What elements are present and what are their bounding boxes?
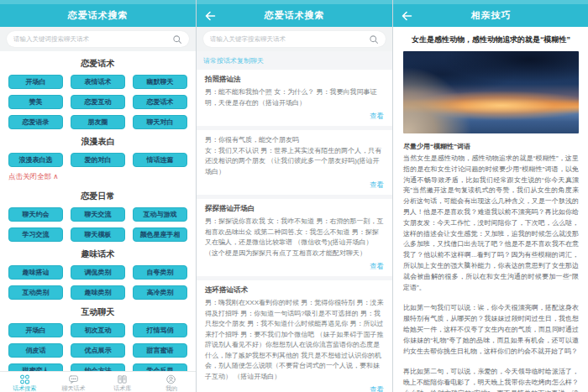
tab-chat[interactable]: 聊天话术 bbox=[49, 372, 97, 392]
app-header: 恋爱话术搜索 bbox=[0, 4, 196, 27]
page-title: 相亲技巧 bbox=[471, 9, 512, 22]
section-title: 恋爱话术 bbox=[0, 58, 196, 70]
apps-grid-icon bbox=[19, 374, 30, 384]
screen-script-list: 恋爱话术搜索 请常按话术复制聊天 拍照搭讪法 男：能不能和我拍个照 女：为什么？… bbox=[197, 0, 392, 392]
sunset-beach-photo bbox=[403, 51, 579, 133]
tab-library[interactable]: 话术库 bbox=[98, 372, 147, 392]
category-grid: 开场白 表情话术 幽默聊天 赞美 恋爱互动 恋爱话术 恋爱语录 朋友圈 聊天对白 bbox=[0, 75, 196, 129]
category-button[interactable]: 甜言蜜语 bbox=[133, 343, 187, 358]
category-grid: 聊天约会 聊天交流 互动与游戏 学习交流 聊天模板 颜色星座手相 bbox=[0, 207, 196, 242]
script-title: 连环搭讪话术 bbox=[205, 285, 384, 295]
script-body: 男：能不能和我拍个照 女：为什么？ 男：我要向我同事证明，天使是存在的（搭讪开场… bbox=[205, 87, 384, 108]
script-card[interactable]: 探探搭讪开场白 男：探探说你喜欢我 女：我咋不知道 男：右滑的那一刻，互相喜欢品… bbox=[197, 199, 392, 276]
category-button[interactable]: 浪漫表白选 bbox=[8, 153, 63, 167]
tab-label: 我的 bbox=[165, 385, 177, 392]
category-button[interactable]: 聊天约会 bbox=[8, 207, 63, 222]
category-grid: 开场白 初次互动 打情骂俏 俏皮话 优点展示 甜言蜜语 甜蜜恋人 约会方法 学会… bbox=[0, 323, 196, 374]
category-button[interactable]: 俏皮话 bbox=[8, 343, 63, 358]
page-title: 恋爱话术搜索 bbox=[68, 9, 129, 22]
category-button[interactable]: 恋爱话术 bbox=[133, 95, 187, 109]
view-link[interactable]: 查看 bbox=[205, 112, 384, 122]
copy-tip-text: 请常按话术复制聊天 bbox=[197, 51, 392, 70]
article-subtitle: 尽量少用“模糊性”词语 bbox=[403, 141, 579, 152]
screen-search-home: 恋爱话术搜索 恋爱话术 开场白 表情话术 幽默聊天 赞美 恋爱互动 恋爱话术 恋… bbox=[0, 0, 196, 392]
category-button[interactable]: 优点展示 bbox=[71, 343, 125, 358]
category-button[interactable]: 互动类别 bbox=[8, 285, 63, 300]
script-card[interactable]: 拍照搭讪法 男：能不能和我拍个照 女：为什么？ 男：我要向我同事证明，天使是存在… bbox=[197, 70, 392, 126]
three-screen-collage: 恋爱话术搜索 恋爱话术 开场白 表情话术 幽默聊天 赞美 恋爱互动 恋爱话术 恋… bbox=[0, 0, 588, 392]
tab-label: 话术库 bbox=[113, 385, 131, 392]
script-body: 男：嗨我刚在XXX看到你的时候 男：觉得你很特别 男：没来得及打招呼 男：你知道… bbox=[205, 298, 384, 382]
category-button[interactable]: 恋爱语录 bbox=[8, 115, 63, 129]
category-grid: 趣味搭讪 调侃类别 自夸类别 互动类别 趣味类别 高冷类别 bbox=[0, 265, 196, 300]
category-button[interactable]: 开场白 bbox=[8, 75, 63, 89]
search-icon[interactable] bbox=[172, 34, 182, 44]
script-body: 男：你很有气质，能交个朋友吗 女：我们又不认识 男：世界上其实没有陌生的两个人，… bbox=[205, 135, 384, 177]
category-button[interactable]: 聊天对白 bbox=[133, 115, 187, 129]
category-button[interactable]: 开场白 bbox=[8, 323, 63, 337]
category-button[interactable]: 爱的对白 bbox=[71, 153, 125, 167]
search-bar[interactable] bbox=[7, 31, 189, 47]
category-button[interactable]: 互动与游戏 bbox=[133, 207, 187, 222]
script-card[interactable]: 男：你很有气质，能交个朋友吗 女：我们又不认识 男：世界上其实没有陌生的两个人，… bbox=[197, 130, 392, 195]
tab-profile[interactable]: 我的 bbox=[147, 372, 196, 392]
category-button[interactable]: 表情话术 bbox=[71, 75, 125, 89]
category-button[interactable]: 聊天模板 bbox=[71, 227, 125, 242]
script-body: 男：探探说你喜欢我 女：我咋不知道 男：右滑的那一刻，互相喜欢品味出众 或第二种… bbox=[205, 217, 384, 259]
tab-search[interactable]: 话术搜索 bbox=[0, 372, 49, 392]
category-button[interactable]: 趣味类别 bbox=[71, 285, 125, 300]
search-strip bbox=[197, 27, 392, 51]
app-header: 相亲技巧 bbox=[393, 4, 588, 27]
article-paragraph: 比如第一句我们可以说：诶，你今天很漂亮啊，搭配这身衣服特别有气质，从哪买的？我妹… bbox=[403, 303, 579, 357]
script-card[interactable]: 连环搭讪话术 男：嗨我刚在XXX看到你的时候 男：觉得你很特别 男：没来得及打招… bbox=[197, 280, 392, 392]
category-button[interactable]: 幽默聊天 bbox=[133, 75, 187, 89]
category-button[interactable]: 趣味搭讪 bbox=[8, 265, 63, 280]
search-input[interactable] bbox=[13, 35, 172, 43]
category-button[interactable]: 赞美 bbox=[8, 95, 63, 109]
tab-label: 聊天话术 bbox=[61, 385, 85, 392]
section-title: 浪漫表白 bbox=[0, 136, 196, 148]
app-header: 恋爱话术搜索 bbox=[197, 4, 392, 27]
view-link[interactable]: 查看 bbox=[205, 262, 384, 272]
chat-bubble-icon bbox=[68, 374, 79, 384]
article: 女生是感性动物，感性动物追求的就是“模糊性” 尽量少用“模糊性”词语 当然女生是… bbox=[393, 34, 588, 392]
category-button[interactable]: 学习交流 bbox=[8, 227, 63, 242]
search-strip bbox=[0, 27, 196, 51]
category-list: 恋爱话术 开场白 表情话术 幽默聊天 赞美 恋爱互动 恋爱话术 恋爱语录 朋友圈… bbox=[0, 51, 196, 374]
category-button[interactable]: 朋友圈 bbox=[71, 115, 125, 129]
search-bar[interactable] bbox=[203, 31, 386, 47]
back-arrow-icon[interactable] bbox=[203, 9, 217, 23]
article-paragraph: 当然女生是感性动物，感性动物追求的就是“模糊性”，这里指的是在和女生讨论问题的时… bbox=[403, 154, 579, 293]
category-button[interactable]: 初次互动 bbox=[71, 323, 125, 337]
book-icon bbox=[117, 374, 128, 384]
bottom-tab-bar: 话术搜索 聊天话术 话术库 我的 bbox=[0, 371, 196, 392]
script-title: 拍照搭讪法 bbox=[205, 75, 384, 85]
category-button[interactable]: 聊天交流 bbox=[71, 207, 125, 222]
category-grid: 浪漫表白选 爱的对白 情话连篇 bbox=[0, 153, 196, 167]
category-button[interactable]: 高冷类别 bbox=[133, 285, 187, 300]
category-button[interactable]: 打情骂俏 bbox=[133, 323, 187, 337]
section-title: 恋爱日常 bbox=[0, 191, 196, 202]
back-arrow-icon[interactable] bbox=[400, 9, 413, 23]
article-title: 女生是感性动物，感性动物追求的就是“模糊性” bbox=[405, 34, 577, 45]
section-title: 趣味话术 bbox=[0, 248, 196, 260]
page-title: 恋爱话术搜索 bbox=[265, 9, 325, 22]
screen-article: 相亲技巧 女生是感性动物，感性动物追求的就是“模糊性” 尽量少用“模糊性”词语 … bbox=[393, 0, 588, 392]
script-title: 探探搭讪开场白 bbox=[205, 204, 384, 214]
view-link[interactable]: 查看 bbox=[205, 180, 384, 191]
category-button[interactable]: 颜色星座手相 bbox=[133, 227, 187, 242]
tab-label: 话术搜索 bbox=[13, 385, 36, 392]
category-button[interactable]: 自夸类别 bbox=[133, 265, 187, 280]
article-paragraph: 再比如第二句，可以说，亲爱的，今天领导临时给派活了，晚上不能陪你看电影了，明天晚… bbox=[403, 367, 579, 392]
search-input[interactable] bbox=[210, 35, 369, 43]
category-button[interactable]: 恋爱互动 bbox=[71, 95, 125, 109]
person-icon bbox=[165, 374, 176, 384]
category-button[interactable]: 情话连篇 bbox=[133, 153, 187, 167]
collapse-all-link[interactable]: 点击关闭全部 ∧ bbox=[0, 167, 196, 184]
search-icon[interactable] bbox=[369, 34, 379, 44]
section-title: 互动聊天 bbox=[0, 306, 196, 318]
category-button[interactable]: 调侃类别 bbox=[71, 265, 125, 280]
view-link[interactable]: 查看 bbox=[205, 385, 384, 392]
